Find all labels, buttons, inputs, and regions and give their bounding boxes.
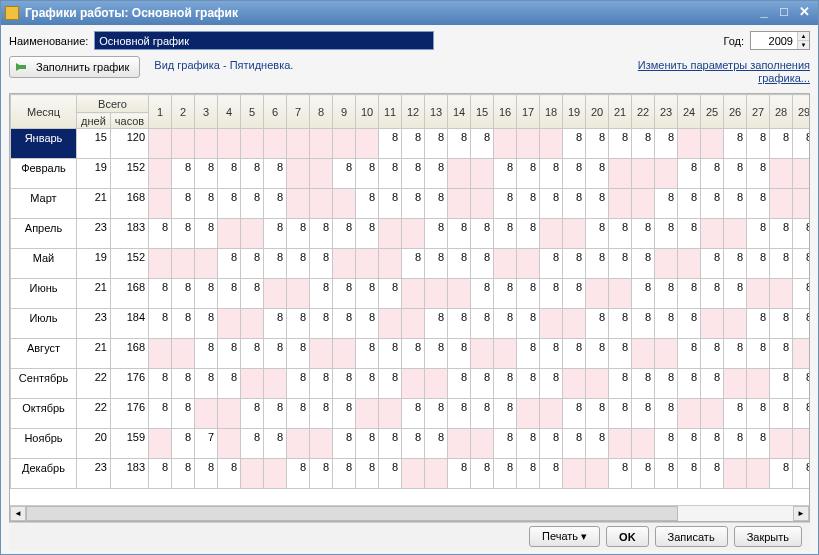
- day-cell[interactable]: 8: [494, 309, 517, 339]
- day-cell[interactable]: 8: [333, 159, 356, 189]
- day-cell[interactable]: 8: [609, 219, 632, 249]
- day-cell[interactable]: 8: [310, 369, 333, 399]
- hours-cell[interactable]: 168: [111, 189, 149, 219]
- table-row[interactable]: Июнь2116888888888888888888888: [11, 279, 810, 309]
- day-cell[interactable]: 8: [287, 339, 310, 369]
- day-cell[interactable]: [793, 339, 810, 369]
- day-cell[interactable]: [287, 129, 310, 159]
- day-cell[interactable]: 8: [195, 459, 218, 489]
- day-cell[interactable]: 8: [563, 429, 586, 459]
- day-cell[interactable]: [609, 159, 632, 189]
- day-cell[interactable]: 8: [425, 249, 448, 279]
- day-cell[interactable]: [218, 219, 241, 249]
- day-cell[interactable]: [655, 159, 678, 189]
- day-cell[interactable]: 8: [770, 129, 793, 159]
- day-cell[interactable]: 8: [540, 339, 563, 369]
- day-cell[interactable]: 8: [793, 309, 810, 339]
- header-day-16[interactable]: 16: [494, 95, 517, 129]
- day-cell[interactable]: [172, 249, 195, 279]
- day-cell[interactable]: [448, 189, 471, 219]
- day-cell[interactable]: 8: [770, 219, 793, 249]
- day-cell[interactable]: 8: [517, 309, 540, 339]
- header-day-14[interactable]: 14: [448, 95, 471, 129]
- day-cell[interactable]: 8: [264, 309, 287, 339]
- day-cell[interactable]: 8: [310, 219, 333, 249]
- day-cell[interactable]: 8: [724, 429, 747, 459]
- day-cell[interactable]: 8: [402, 189, 425, 219]
- day-cell[interactable]: 8: [287, 219, 310, 249]
- day-cell[interactable]: 8: [425, 429, 448, 459]
- day-cell[interactable]: [655, 249, 678, 279]
- day-cell[interactable]: 8: [402, 159, 425, 189]
- day-cell[interactable]: [149, 129, 172, 159]
- header-total[interactable]: Всего: [77, 95, 149, 113]
- day-cell[interactable]: 8: [517, 369, 540, 399]
- header-day-18[interactable]: 18: [540, 95, 563, 129]
- day-cell[interactable]: [678, 249, 701, 279]
- header-day-4[interactable]: 4: [218, 95, 241, 129]
- day-cell[interactable]: [379, 249, 402, 279]
- day-cell[interactable]: [609, 429, 632, 459]
- day-cell[interactable]: 8: [701, 279, 724, 309]
- day-cell[interactable]: [218, 429, 241, 459]
- day-cell[interactable]: 8: [264, 189, 287, 219]
- day-cell[interactable]: 8: [747, 129, 770, 159]
- day-cell[interactable]: [333, 339, 356, 369]
- header-day-12[interactable]: 12: [402, 95, 425, 129]
- header-days[interactable]: дней: [77, 113, 111, 129]
- close-window-button[interactable]: Закрыть: [734, 526, 802, 547]
- day-cell[interactable]: 8: [172, 399, 195, 429]
- day-cell[interactable]: [471, 159, 494, 189]
- day-cell[interactable]: [586, 459, 609, 489]
- day-cell[interactable]: 8: [379, 459, 402, 489]
- day-cell[interactable]: 8: [218, 159, 241, 189]
- hours-cell[interactable]: 176: [111, 399, 149, 429]
- day-cell[interactable]: 8: [149, 369, 172, 399]
- save-button[interactable]: Записать: [655, 526, 728, 547]
- day-cell[interactable]: 8: [448, 459, 471, 489]
- day-cell[interactable]: 8: [241, 249, 264, 279]
- day-cell[interactable]: [494, 249, 517, 279]
- day-cell[interactable]: [425, 459, 448, 489]
- day-cell[interactable]: 8: [701, 249, 724, 279]
- day-cell[interactable]: 8: [747, 429, 770, 459]
- day-cell[interactable]: 8: [632, 399, 655, 429]
- hours-cell[interactable]: 168: [111, 339, 149, 369]
- day-cell[interactable]: 8: [149, 399, 172, 429]
- day-cell[interactable]: [540, 309, 563, 339]
- day-cell[interactable]: 8: [747, 339, 770, 369]
- day-cell[interactable]: 8: [402, 339, 425, 369]
- day-cell[interactable]: 8: [172, 189, 195, 219]
- day-cell[interactable]: 8: [540, 159, 563, 189]
- day-cell[interactable]: [241, 369, 264, 399]
- table-row[interactable]: Июль23184888888888888888888888: [11, 309, 810, 339]
- day-cell[interactable]: 8: [793, 249, 810, 279]
- month-cell[interactable]: Ноябрь: [11, 429, 77, 459]
- header-day-8[interactable]: 8: [310, 95, 333, 129]
- day-cell[interactable]: 8: [655, 279, 678, 309]
- day-cell[interactable]: 8: [333, 309, 356, 339]
- day-cell[interactable]: 8: [218, 459, 241, 489]
- day-cell[interactable]: 8: [632, 369, 655, 399]
- day-cell[interactable]: 8: [356, 279, 379, 309]
- hours-cell[interactable]: 152: [111, 159, 149, 189]
- day-cell[interactable]: 8: [379, 429, 402, 459]
- day-cell[interactable]: 8: [586, 219, 609, 249]
- day-cell[interactable]: 8: [563, 129, 586, 159]
- day-cell[interactable]: 8: [540, 429, 563, 459]
- day-cell[interactable]: 8: [517, 429, 540, 459]
- day-cell[interactable]: [379, 309, 402, 339]
- day-cell[interactable]: 8: [218, 249, 241, 279]
- month-cell[interactable]: Март: [11, 189, 77, 219]
- day-cell[interactable]: 8: [333, 279, 356, 309]
- day-cell[interactable]: 8: [770, 399, 793, 429]
- day-cell[interactable]: 8: [724, 129, 747, 159]
- day-cell[interactable]: 8: [287, 399, 310, 429]
- day-cell[interactable]: 8: [356, 459, 379, 489]
- day-cell[interactable]: 8: [448, 339, 471, 369]
- day-cell[interactable]: [586, 279, 609, 309]
- day-cell[interactable]: [540, 219, 563, 249]
- day-cell[interactable]: 8: [172, 429, 195, 459]
- day-cell[interactable]: 8: [517, 189, 540, 219]
- day-cell[interactable]: 8: [379, 129, 402, 159]
